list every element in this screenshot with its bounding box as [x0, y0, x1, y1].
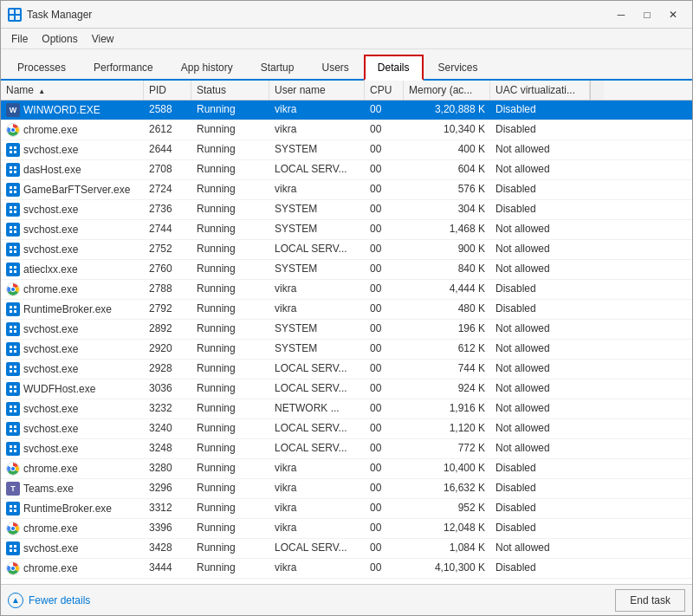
table-row[interactable]: W WINWORD.EXE 2588 Running vikra 00 3,20…: [1, 101, 692, 120]
col-pid[interactable]: PID: [144, 81, 191, 100]
svg-rect-24: [14, 226, 16, 229]
process-name: svchost.exe: [23, 144, 78, 156]
table-row[interactable]: WUDFHost.exe 3036 Running LOCAL SERV... …: [1, 379, 692, 399]
table-row[interactable]: chrome.exe 2788 Running vikra 00 4,444 K…: [1, 280, 692, 300]
col-status[interactable]: Status: [191, 81, 269, 100]
cell-username: vikra: [269, 180, 365, 199]
process-name: svchost.exe: [23, 204, 78, 216]
menu-file[interactable]: File: [4, 31, 35, 47]
table-row[interactable]: atieclxx.exe 2760 Running SYSTEM 00 840 …: [1, 260, 692, 280]
fewer-details-button[interactable]: ▲ Fewer details: [8, 593, 90, 608]
table-row[interactable]: svchost.exe 2752 Running LOCAL SERV... 0…: [1, 240, 692, 260]
col-cpu[interactable]: CPU: [365, 81, 404, 100]
table-row[interactable]: svchost.exe 2920 Running SYSTEM 00 612 K…: [1, 340, 692, 360]
table-row[interactable]: svchost.exe 3248 Running LOCAL SERV... 0…: [1, 439, 692, 459]
process-name: dasHost.exe: [23, 164, 81, 176]
svg-rect-44: [10, 330, 12, 333]
cell-username: SYSTEM: [269, 320, 365, 339]
system-icon: [6, 263, 20, 276]
table-row[interactable]: svchost.exe 2928 Running LOCAL SERV... 0…: [1, 360, 692, 379]
minimize-button[interactable]: ─: [609, 6, 633, 23]
tab-startup[interactable]: Startup: [248, 55, 308, 79]
end-task-button[interactable]: End task: [615, 589, 685, 612]
svg-rect-18: [14, 191, 16, 193]
table-row[interactable]: RuntimeBroker.exe 2792 Running vikra 00 …: [1, 300, 692, 320]
table-row[interactable]: GameBarFTServer.exe 2724 Running vikra 0…: [1, 180, 692, 200]
table-body[interactable]: W WINWORD.EXE 2588 Running vikra 00 3,20…: [1, 101, 692, 584]
cell-memory: 196 K: [404, 320, 490, 339]
col-uac[interactable]: UAC virtualizati...: [490, 81, 590, 100]
cell-status: Running: [191, 419, 269, 438]
tab-app-history[interactable]: App history: [168, 55, 246, 79]
tab-performance[interactable]: Performance: [81, 55, 166, 79]
cell-memory: 604 K: [404, 160, 490, 179]
system-icon: [6, 402, 20, 416]
process-name: RuntimeBroker.exe: [23, 303, 112, 315]
col-memory[interactable]: Memory (ac...: [404, 81, 490, 100]
table-row[interactable]: svchost.exe 3232 Running NETWORK ... 00 …: [1, 399, 692, 419]
table-row[interactable]: svchost.exe 2736 Running SYSTEM 00 304 K…: [1, 200, 692, 220]
table-row[interactable]: svchost.exe 3240 Running LOCAL SERV... 0…: [1, 419, 692, 439]
svg-rect-13: [10, 171, 12, 173]
tab-services[interactable]: Services: [425, 55, 491, 79]
cell-memory: 12,048 K: [404, 519, 490, 538]
cell-cpu: 00: [365, 220, 404, 239]
col-name[interactable]: Name ▲: [1, 81, 144, 100]
table-row[interactable]: RuntimeBroker.exe 3312 Running vikra 00 …: [1, 499, 692, 519]
col-username[interactable]: User name: [269, 81, 365, 100]
cell-username: SYSTEM: [269, 340, 365, 359]
table-row[interactable]: chrome.exe 3396 Running vikra 00 12,048 …: [1, 519, 692, 539]
menu-options[interactable]: Options: [35, 31, 84, 47]
cell-cpu: 00: [365, 559, 404, 578]
table-row[interactable]: svchost.exe 3428 Running LOCAL SERV... 0…: [1, 539, 692, 559]
cell-uac: Not allowed: [490, 320, 590, 339]
process-name: chrome.exe: [23, 562, 78, 574]
system-icon: [6, 502, 20, 515]
table-row[interactable]: dasHost.exe 2708 Running LOCAL SERV... 0…: [1, 160, 692, 180]
cell-name: T Teams.exe: [1, 479, 144, 498]
table-row[interactable]: chrome.exe 2612 Running vikra 00 10,340 …: [1, 120, 692, 140]
table-row[interactable]: chrome.exe 3444 Running vikra 00 4,10,30…: [1, 559, 692, 579]
svg-rect-27: [10, 246, 12, 249]
cell-uac: Not allowed: [490, 379, 590, 399]
close-button[interactable]: ✕: [661, 6, 685, 23]
cell-uac: Disabled: [490, 479, 590, 498]
process-name: chrome.exe: [23, 522, 78, 535]
menu-view[interactable]: View: [85, 31, 121, 47]
svg-rect-68: [10, 450, 12, 452]
chrome-icon: [6, 282, 20, 296]
table-row[interactable]: svchost.exe 2892 Running SYSTEM 00 196 K…: [1, 320, 692, 340]
tab-processes[interactable]: Processes: [4, 55, 79, 79]
maximize-button[interactable]: □: [635, 6, 659, 23]
table-row[interactable]: svchost.exe 2744 Running SYSTEM 00 1,468…: [1, 220, 692, 240]
svg-point-86: [11, 567, 15, 570]
cell-cpu: 00: [365, 499, 404, 518]
cell-pid: 3280: [144, 459, 191, 478]
cell-name: svchost.exe: [1, 240, 144, 259]
cell-memory: 952 K: [404, 499, 490, 518]
cell-name: RuntimeBroker.exe: [1, 300, 144, 319]
cell-pid: 2612: [144, 120, 191, 139]
svg-rect-22: [14, 211, 16, 213]
tab-users[interactable]: Users: [308, 55, 361, 79]
window-title: Task Manager: [27, 9, 92, 21]
svg-rect-1: [16, 10, 20, 14]
table-row[interactable]: chrome.exe 3280 Running vikra 00 10,400 …: [1, 459, 692, 479]
cell-status: Running: [191, 240, 269, 259]
cell-pid: 2744: [144, 220, 191, 239]
title-bar-left: Task Manager: [8, 8, 92, 22]
svg-rect-56: [10, 390, 12, 392]
cell-username: LOCAL SERV...: [269, 160, 365, 179]
table-row[interactable]: svchost.exe 2644 Running SYSTEM 00 400 K…: [1, 140, 692, 160]
cell-uac: Not allowed: [490, 439, 590, 458]
cell-pid: 2928: [144, 360, 191, 379]
process-name: Teams.exe: [23, 483, 74, 495]
cell-cpu: 00: [365, 459, 404, 478]
svg-rect-83: [14, 549, 16, 552]
svg-rect-45: [14, 330, 16, 333]
tab-details[interactable]: Details: [364, 55, 424, 81]
table-row[interactable]: T Teams.exe 3296 Running vikra 00 16,632…: [1, 479, 692, 499]
cell-cpu: 00: [365, 419, 404, 438]
svg-rect-40: [10, 310, 12, 313]
cell-name: svchost.exe: [1, 340, 144, 359]
